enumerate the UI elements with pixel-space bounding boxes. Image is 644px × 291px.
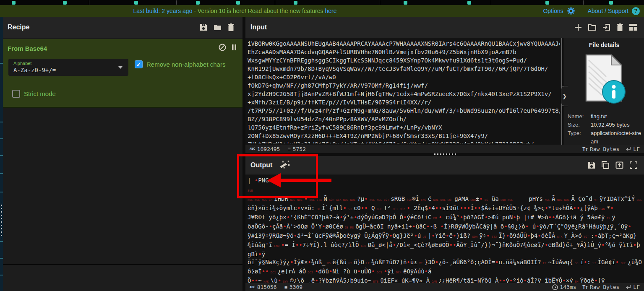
save-output-icon[interactable]: [588, 161, 595, 169]
open-folder-icon[interactable]: [588, 24, 596, 31]
browser-tab-icon: [12, 1, 16, 5]
output-line: gBì•ÿ: [248, 250, 642, 258]
clock-icon: [552, 284, 558, 290]
tab-separator: [176, 0, 177, 5]
copy-output-icon[interactable]: [602, 161, 609, 169]
character-encoding-icon[interactable]: TT: [582, 284, 588, 290]
eol-arrow-icon: [625, 285, 631, 290]
tab-separator: [583, 0, 584, 5]
add-tab-icon[interactable]: [574, 23, 582, 31]
input-line: ZULfZH3rK1+lxH3s21/9j7C+8x//aXTuf/4XfGdC…: [248, 140, 560, 143]
browser-tab-icon: [196, 1, 200, 5]
strict-mode-label: Strict mode: [24, 90, 56, 97]
input-encoding[interactable]: Raw Bytes: [590, 146, 619, 152]
character-encoding-icon[interactable]: TT: [582, 146, 588, 152]
browser-tab-icon: [63, 1, 67, 5]
banner-message: Last build: 2 years ago - Version 10 is …: [0, 5, 470, 17]
input-eol[interactable]: LF: [633, 146, 640, 152]
output-line: SUB: [248, 186, 642, 195]
disable-operation-icon[interactable]: [219, 44, 226, 51]
file-detail-row: Name:flag.txt: [568, 112, 642, 121]
checkbox-unchecked-icon[interactable]: [12, 90, 20, 98]
browser-tab-icon: [134, 1, 138, 5]
output-line: õï¯ÿ§ÑwXç}ý¿•ÎÿÆ×•¾ûß_ BS ë{ßü HT õ}Ö LF…: [248, 258, 642, 268]
help-icon[interactable]: ?: [632, 7, 640, 15]
input-line-count: 5752: [293, 146, 306, 152]
panel-drag-handle[interactable]: [1, 205, 2, 236]
input-char-count: 1092495: [257, 146, 280, 152]
output-line: Ö••~ NAK \ù• SYN ©¿\ô ¸ê•?¥þzñÿÀ5¿þ9uío~…: [248, 277, 642, 283]
output-eol[interactable]: LF: [633, 284, 640, 290]
output-text[interactable]: | •PNGCRSUBNUL NUL NUL CR IHDR NUL NUL •…: [248, 177, 642, 283]
annotation-arrow-head: [267, 173, 281, 187]
operation-from-base64[interactable]: From Base64 Alphabet A-Za-z0-9+/= Remove…: [3, 39, 242, 108]
file-details-rows: Name:flag.txtSize:10,92,495 bytesType:ap…: [568, 112, 642, 146]
input-area: iVBORw0KGgoAAAANSUhEUgAAB4AAAAPRCAYAAAAc…: [245, 38, 644, 145]
remove-non-alphabet-checkbox[interactable]: Remove non-alphabet chars: [135, 60, 225, 68]
about-support-link[interactable]: About / Support: [588, 5, 628, 17]
recipe-title: Recipe: [8, 23, 29, 31]
input-title: Input: [250, 23, 267, 31]
recipe-list[interactable]: From Base64 Alphabet A-Za-z0-9+/= Remove…: [3, 38, 242, 264]
operations-panel-collapsed[interactable]: [0, 17, 3, 291]
magic-wand-icon[interactable]: [279, 160, 290, 170]
output-line: öaÖGô-•çÃã•À'>öQø Ö'Y•ø0Céø GS RS õgÜ~âc…: [248, 223, 642, 232]
alphabet-dropdown[interactable]: Alphabet A-Za-z0-9+/=: [8, 59, 128, 76]
trash-icon[interactable]: [228, 23, 234, 31]
input-line: fOkD7G+qhw/NF//gh87CMfpT7ykY/AR/V97OMf/R…: [248, 81, 560, 90]
input-line: lQ756yz4EtnfRa+zPriZyfvC589C86RnDf3pc99L…: [248, 123, 560, 132]
strip-tick: [0, 138, 3, 139]
input-line: EhZcwAADsMAAA7DAcdvqGQAAP+lSURBVHhe7N0Hl…: [248, 48, 560, 56]
last-build-link[interactable]: Last build: 2 years ago: [133, 8, 193, 14]
input-line: +xMfh/3ziE/B/p9i/ffKTE/p///IvVLTHsE/9679…: [248, 98, 560, 107]
collapse-file-details-chevron[interactable]: ❯: [561, 86, 568, 106]
alphabet-label: Alphabet: [13, 61, 31, 66]
input-line: WxsgwMYYzCYnBFREgghsggSCIkggTLKcSSNNJqcc…: [248, 56, 560, 65]
browser-tab-icon: [236, 1, 240, 5]
output-encoding[interactable]: Raw Bytes: [590, 284, 619, 290]
input-line: /t7RP/5//I+0z//f/Uvz4rP/zf+GzrM9g+mNG/8a…: [248, 107, 560, 115]
output-line: ÿ#í3ÿ÷ÿRüø¬ÿó•á³¬Ì`úcFÿÆ®Ãþoèygý Û¿ÁgÿŸÿ…: [248, 232, 642, 241]
replace-input-icon[interactable]: [615, 161, 623, 169]
output-char-count: 815056: [257, 284, 277, 290]
checkbox-checked-icon[interactable]: [135, 60, 143, 68]
trash-icon[interactable]: [617, 23, 623, 31]
strip-tick: [0, 192, 3, 192]
file-detail-row: Size:10,92,495 bytes: [568, 121, 642, 129]
io-splitter-handle[interactable]: [434, 153, 456, 155]
input-line: KnR192jUwxmdn79b/8D+ByqVSqVSqWav//W//tec…: [248, 65, 560, 73]
input-line: +lD8CHsQx+CD2P6vrl//vA/w0: [248, 73, 560, 81]
alphabet-value: A-Za-z0-9+/=: [13, 67, 56, 73]
output-line: J¥R©f¯ÿõ¿þ×•'{ßhÉ^CÖ?þã?~à•ý¹±•dýÓÿúGøÐ?…: [248, 213, 642, 223]
breakpoint-pause-icon[interactable]: [232, 44, 237, 51]
banner-here-link[interactable]: here: [325, 8, 336, 14]
strip-tick: [0, 275, 3, 275]
file-details-panel: File details Name:flag.txtSize:10,92,495…: [564, 38, 644, 145]
input-line: iVBORw0KGgoAAAANSUhEUgAAB4AAAAPRCAYAAAAc…: [248, 39, 560, 48]
strip-tick: [0, 173, 3, 174]
browser-tab-icon: [609, 1, 613, 5]
tab-layout-icon[interactable]: [629, 24, 637, 31]
operation-title: From Base64: [8, 45, 47, 52]
save-recipe-icon[interactable]: [200, 23, 207, 31]
file-detail-row: Type:application/octet-stream: [568, 129, 642, 146]
options-link[interactable]: Options: [543, 5, 563, 17]
tab-separator: [89, 0, 89, 5]
tab-separator: [380, 0, 380, 5]
line-count-icon: ≡: [284, 284, 287, 290]
strip-tick: [0, 122, 3, 122]
tab-separator: [275, 0, 275, 5]
strip-tick: [0, 155, 3, 156]
notice-banner: Last build: 2 years ago - Version 10 is …: [0, 5, 644, 17]
folder-icon[interactable]: [214, 24, 222, 31]
tab-separator: [491, 0, 491, 5]
input-line: BZ//938PC899lvU54dzZn/40nPPpz8AXWV/APvMZ…: [248, 115, 560, 123]
output-line: èñ}»ö:î¾÷öymlc•v×ö: SO Î`{mll• SI c0•• Q…: [248, 204, 642, 213]
strict-mode-checkbox[interactable]: Strict mode: [12, 90, 56, 98]
strip-tick: [0, 241, 3, 242]
bake-controls-bar: STEP BAKE! Auto Bake: [3, 264, 242, 291]
gear-icon[interactable]: [567, 7, 575, 15]
open-input-icon[interactable]: [602, 23, 610, 31]
maximise-output-icon[interactable]: [630, 161, 637, 169]
input-text[interactable]: iVBORw0KGgoAAAANSUhEUgAAB4AAAAPRCAYAAAAc…: [248, 39, 560, 143]
